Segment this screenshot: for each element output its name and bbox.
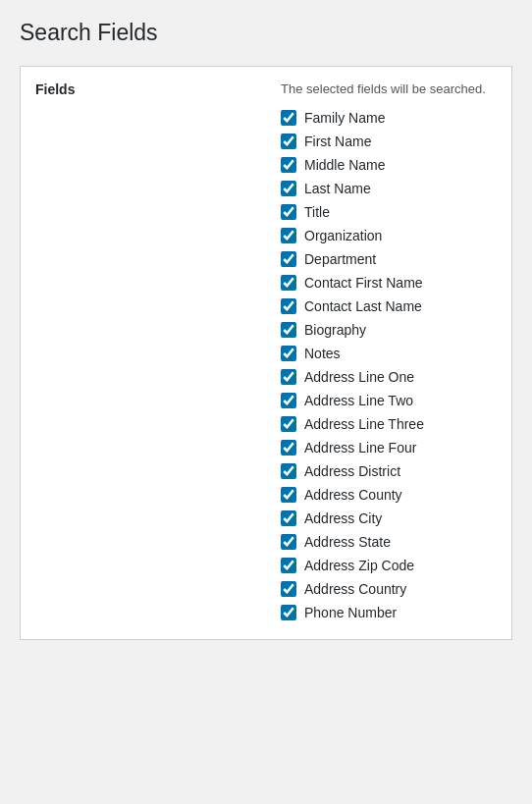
checkbox-input-cb_address_country[interactable]	[281, 581, 296, 597]
checkbox-label-text-cb_address_line_one: Address Line One	[304, 369, 414, 385]
checkbox-input-cb_first_name[interactable]	[281, 134, 296, 149]
checkbox-label-text-cb_address_line_three: Address Line Three	[304, 416, 424, 432]
checkbox-input-cb_address_line_two[interactable]	[281, 393, 296, 408]
checkbox-label-cb_address_zip_code[interactable]: Address Zip Code	[281, 558, 414, 573]
checkbox-label-text-cb_address_zip_code: Address Zip Code	[304, 558, 414, 573]
checkbox-item: Address City	[281, 507, 497, 530]
checkbox-label-text-cb_title: Title	[304, 204, 330, 220]
checkbox-label-text-cb_address_district: Address District	[304, 463, 400, 479]
checkbox-input-cb_address_line_three[interactable]	[281, 416, 296, 432]
checkbox-list: Family NameFirst NameMiddle NameLast Nam…	[281, 106, 497, 624]
checkbox-input-cb_biography[interactable]	[281, 322, 296, 338]
checkbox-label-cb_address_city[interactable]: Address City	[281, 510, 382, 526]
checkbox-label-text-cb_address_country: Address Country	[304, 581, 406, 597]
checkbox-item: Address District	[281, 459, 497, 483]
checkbox-label-text-cb_middle_name: Middle Name	[304, 157, 385, 173]
checkbox-input-cb_address_line_one[interactable]	[281, 369, 296, 385]
checkbox-input-cb_contact_last_name[interactable]	[281, 298, 296, 314]
checkbox-label-cb_address_country[interactable]: Address Country	[281, 581, 406, 597]
checkbox-label-text-cb_address_state: Address State	[304, 534, 391, 550]
checkbox-label-cb_first_name[interactable]: First Name	[281, 134, 371, 149]
checkbox-label-text-cb_address_line_four: Address Line Four	[304, 440, 416, 456]
checkbox-item: Middle Name	[281, 153, 497, 177]
checkbox-input-cb_family_name[interactable]	[281, 110, 296, 126]
checkbox-input-cb_department[interactable]	[281, 251, 296, 267]
checkbox-item: Address Line Three	[281, 412, 497, 436]
checkbox-label-cb_address_line_four[interactable]: Address Line Four	[281, 440, 416, 456]
checkbox-input-cb_contact_first_name[interactable]	[281, 275, 296, 291]
checkbox-item: Address County	[281, 483, 497, 507]
fields-section: Fields The selected fields will be searc…	[20, 66, 512, 640]
checkbox-input-cb_address_county[interactable]	[281, 487, 296, 503]
checkbox-label-text-cb_phone_number: Phone Number	[304, 605, 397, 620]
checkbox-input-cb_address_district[interactable]	[281, 463, 296, 479]
checkbox-input-cb_address_city[interactable]	[281, 510, 296, 526]
checkbox-label-cb_organization[interactable]: Organization	[281, 228, 382, 243]
fields-label: Fields	[35, 81, 281, 97]
checkbox-label-cb_biography[interactable]: Biography	[281, 322, 366, 338]
fields-description: The selected fields will be searched.	[281, 81, 497, 96]
checkbox-item: Family Name	[281, 106, 497, 130]
checkbox-input-cb_notes[interactable]	[281, 346, 296, 361]
checkbox-input-cb_address_zip_code[interactable]	[281, 558, 296, 573]
checkbox-label-text-cb_notes: Notes	[304, 346, 341, 361]
checkbox-input-cb_middle_name[interactable]	[281, 157, 296, 173]
checkbox-label-cb_address_district[interactable]: Address District	[281, 463, 400, 479]
checkbox-input-cb_phone_number[interactable]	[281, 605, 296, 620]
checkbox-label-text-cb_address_county: Address County	[304, 487, 402, 503]
checkbox-item: Address Country	[281, 577, 497, 601]
checkbox-label-cb_family_name[interactable]: Family Name	[281, 110, 385, 126]
checkbox-label-cb_phone_number[interactable]: Phone Number	[281, 605, 397, 620]
checkbox-item: Address Zip Code	[281, 554, 497, 577]
section-content-area: The selected fields will be searched. Fa…	[281, 81, 497, 624]
page-container: Search Fields Fields The selected fields…	[0, 0, 532, 670]
checkbox-label-text-cb_family_name: Family Name	[304, 110, 385, 126]
section-label-area: Fields	[35, 81, 281, 624]
checkbox-item: Biography	[281, 318, 497, 342]
checkbox-label-cb_address_county[interactable]: Address County	[281, 487, 402, 503]
checkbox-label-cb_address_line_two[interactable]: Address Line Two	[281, 393, 413, 408]
checkbox-item: Address Line One	[281, 365, 497, 389]
page-title: Search Fields	[20, 20, 512, 46]
checkbox-label-text-cb_biography: Biography	[304, 322, 366, 338]
checkbox-label-cb_middle_name[interactable]: Middle Name	[281, 157, 385, 173]
checkbox-label-cb_contact_last_name[interactable]: Contact Last Name	[281, 298, 422, 314]
checkbox-item: Address Line Two	[281, 389, 497, 412]
checkbox-label-text-cb_address_line_two: Address Line Two	[304, 393, 413, 408]
checkbox-item: Last Name	[281, 177, 497, 200]
checkbox-item: Organization	[281, 224, 497, 247]
checkbox-item: Address Line Four	[281, 436, 497, 459]
checkbox-label-text-cb_contact_first_name: Contact First Name	[304, 275, 423, 291]
checkbox-item: Notes	[281, 342, 497, 365]
checkbox-label-cb_title[interactable]: Title	[281, 204, 330, 220]
checkbox-label-text-cb_first_name: First Name	[304, 134, 371, 149]
checkbox-label-cb_last_name[interactable]: Last Name	[281, 181, 371, 196]
checkbox-input-cb_organization[interactable]	[281, 228, 296, 243]
checkbox-label-text-cb_address_city: Address City	[304, 510, 382, 526]
checkbox-item: First Name	[281, 130, 497, 153]
checkbox-label-cb_contact_first_name[interactable]: Contact First Name	[281, 275, 423, 291]
checkbox-input-cb_address_state[interactable]	[281, 534, 296, 550]
checkbox-label-cb_notes[interactable]: Notes	[281, 346, 341, 361]
checkbox-item: Contact Last Name	[281, 295, 497, 318]
checkbox-item: Contact First Name	[281, 271, 497, 295]
checkbox-item: Department	[281, 247, 497, 271]
checkbox-label-text-cb_organization: Organization	[304, 228, 382, 243]
checkbox-item: Address State	[281, 530, 497, 554]
checkbox-item: Phone Number	[281, 601, 497, 624]
checkbox-label-cb_department[interactable]: Department	[281, 251, 376, 267]
checkbox-label-cb_address_state[interactable]: Address State	[281, 534, 391, 550]
checkbox-input-cb_address_line_four[interactable]	[281, 440, 296, 456]
checkbox-label-cb_address_line_three[interactable]: Address Line Three	[281, 416, 424, 432]
checkbox-label-text-cb_department: Department	[304, 251, 376, 267]
section-header: Fields The selected fields will be searc…	[21, 67, 511, 639]
checkbox-input-cb_last_name[interactable]	[281, 181, 296, 196]
checkbox-item: Title	[281, 200, 497, 224]
checkbox-label-text-cb_contact_last_name: Contact Last Name	[304, 298, 422, 314]
checkbox-input-cb_title[interactable]	[281, 204, 296, 220]
checkbox-label-cb_address_line_one[interactable]: Address Line One	[281, 369, 414, 385]
checkbox-label-text-cb_last_name: Last Name	[304, 181, 371, 196]
